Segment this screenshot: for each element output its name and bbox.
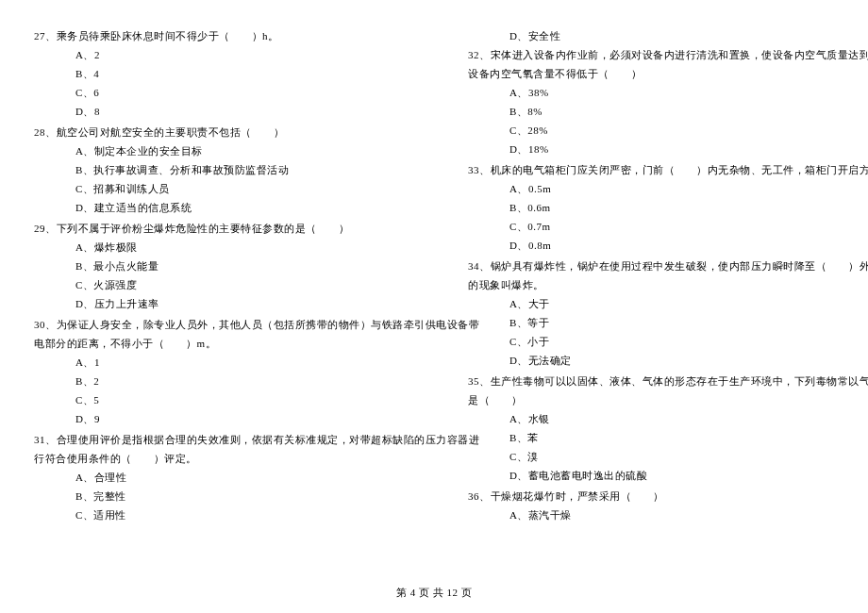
option-d: D、8 <box>34 102 400 121</box>
page-columns: 27、乘务员待乘卧床休息时间不得少于（ ）h。 A、2 B、4 C、6 D、8 … <box>0 26 868 573</box>
option-c: C、小于 <box>468 332 834 351</box>
option-a: A、爆炸极限 <box>34 238 400 257</box>
question-stem: 27、乘务员待乘卧床休息时间不得少于（ ）h。 <box>34 26 400 45</box>
question-31: 31、合理使用评价是指根据合理的失效准则，依据有关标准规定，对带超标缺陷的压力容… <box>34 430 400 524</box>
option-d: D、压力上升速率 <box>34 294 400 313</box>
question-33: 33、机床的电气箱柜门应关闭严密，门前（ ）内无杂物、无工件，箱柜门开启方便 A… <box>468 160 834 255</box>
option-a: A、38% <box>468 83 834 102</box>
option-c: C、溴 <box>468 447 834 466</box>
question-stem: 29、下列不属于评价粉尘爆炸危险性的主要特征参数的是（ ） <box>34 219 400 238</box>
question-stem-line1: 34、锅炉具有爆炸性，锅炉在使用过程中发生破裂，使内部压力瞬时降至（ ）外界大气… <box>468 257 834 275</box>
question-stem-line1: 30、为保证人身安全，除专业人员外，其他人员（包括所携带的物件）与铁路牵引供电设… <box>34 315 400 334</box>
question-36: 36、干燥烟花爆竹时，严禁采用（ ） A、蒸汽干燥 <box>468 487 834 524</box>
question-stem-line2: 行符合使用条件的（ ）评定。 <box>34 449 400 468</box>
question-stem-line1: 35、生产性毒物可以以固体、液体、气体的形态存在于生产环境中，下列毒物常以气态存… <box>468 372 834 390</box>
question-stem-line2: 的现象叫爆炸。 <box>468 275 834 294</box>
option-a: A、水银 <box>468 409 834 428</box>
option-c: C、5 <box>34 390 400 409</box>
question-stem: 33、机床的电气箱柜门应关闭严密，门前（ ）内无杂物、无工件，箱柜门开启方便 <box>468 160 834 179</box>
question-27: 27、乘务员待乘卧床休息时间不得少于（ ）h。 A、2 B、4 C、6 D、8 <box>34 26 400 121</box>
option-d: D、9 <box>34 409 400 428</box>
option-b: B、4 <box>34 64 400 83</box>
option-b: B、完整性 <box>34 487 400 505</box>
option-b: B、0.6m <box>468 198 834 217</box>
option-d: D、0.8m <box>468 236 834 255</box>
option-c: C、适用性 <box>34 505 400 524</box>
option-d: D、无法确定 <box>468 351 834 370</box>
question-stem-line2: 电部分的距离，不得小于（ ）m。 <box>34 334 400 353</box>
option-d: D、18% <box>468 140 834 158</box>
option-a: A、合理性 <box>34 468 400 487</box>
question-35: 35、生产性毒物可以以固体、液体、气体的形态存在于生产环境中，下列毒物常以气态存… <box>468 372 834 485</box>
option-d: D、蓄电池蓄电时逸出的硫酸 <box>468 466 834 485</box>
option-a: A、大于 <box>468 294 834 313</box>
option-b: B、2 <box>34 372 400 390</box>
option-c: C、0.7m <box>468 217 834 236</box>
page-footer: 第 4 页 共 12 页 <box>0 586 868 600</box>
question-stem-line1: 31、合理使用评价是指根据合理的失效准则，依据有关标准规定，对带超标缺陷的压力容… <box>34 430 400 449</box>
option-b: B、最小点火能量 <box>34 257 400 275</box>
left-column: 27、乘务员待乘卧床休息时间不得少于（ ）h。 A、2 B、4 C、6 D、8 … <box>0 26 434 573</box>
question-28: 28、航空公司对航空安全的主要职责不包括（ ） A、制定本企业的安全目标 B、执… <box>34 123 400 217</box>
right-column: D、安全性 32、宋体进入设备内作业前，必须对设备内进行清洗和置换，使设备内空气… <box>434 26 868 573</box>
question-stem: 36、干燥烟花爆竹时，严禁采用（ ） <box>468 487 834 505</box>
question-stem-line2: 是（ ） <box>468 390 834 409</box>
question-30: 30、为保证人身安全，除专业人员外，其他人员（包括所携带的物件）与铁路牵引供电设… <box>34 315 400 428</box>
option-d-q31: D、安全性 <box>468 26 834 45</box>
question-32: 32、宋体进入设备内作业前，必须对设备内进行清洗和置换，使设备内空气质量达到安全… <box>468 45 834 158</box>
option-b: B、等于 <box>468 313 834 332</box>
option-a: A、1 <box>34 353 400 372</box>
option-a: A、2 <box>34 45 400 64</box>
question-29: 29、下列不属于评价粉尘爆炸危险性的主要特征参数的是（ ） A、爆炸极限 B、最… <box>34 219 400 313</box>
option-a: A、蒸汽干燥 <box>468 505 834 524</box>
option-d: D、建立适当的信息系统 <box>34 198 400 217</box>
question-stem: 28、航空公司对航空安全的主要职责不包括（ ） <box>34 123 400 141</box>
option-b: B、执行事故调查、分析和事故预防监督活动 <box>34 160 400 179</box>
option-c: C、火源强度 <box>34 275 400 294</box>
option-a: A、0.5m <box>468 179 834 198</box>
option-b: B、苯 <box>468 428 834 447</box>
option-b: B、8% <box>468 102 834 121</box>
option-a: A、制定本企业的安全目标 <box>34 141 400 160</box>
question-stem-line2: 设备内空气氧含量不得低于（ ） <box>468 64 834 83</box>
question-34: 34、锅炉具有爆炸性，锅炉在使用过程中发生破裂，使内部压力瞬时降至（ ）外界大气… <box>468 257 834 370</box>
option-c: C、招募和训练人员 <box>34 179 400 198</box>
option-c: C、6 <box>34 83 400 102</box>
question-stem-line1: 32、宋体进入设备内作业前，必须对设备内进行清洗和置换，使设备内空气质量达到安全… <box>468 45 834 64</box>
option-c: C、28% <box>468 121 834 140</box>
